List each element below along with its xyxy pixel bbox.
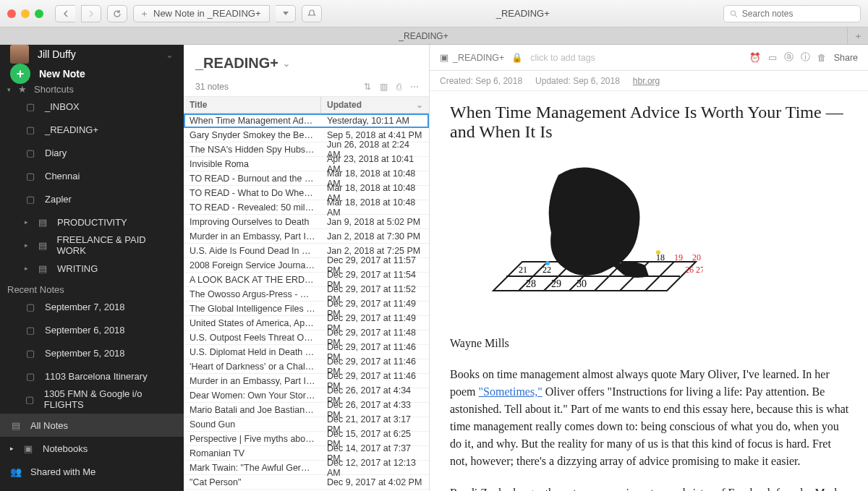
plus-circle-icon: +: [10, 64, 30, 84]
svg-point-21: [545, 261, 550, 265]
sidebar-recent-note[interactable]: ▢September 7, 2018: [0, 295, 184, 318]
note-title-cell: 2008 Foreign Service Journal - E...: [184, 260, 321, 270]
note-title-cell: Mark Twain: "The Awful German...: [184, 463, 321, 473]
new-note-button[interactable]: ＋ New Note in _READING+: [133, 5, 270, 22]
notebook-title[interactable]: _READING+ ⌄: [195, 55, 417, 72]
view-list-icon[interactable]: ▥: [380, 82, 388, 92]
note-row[interactable]: TO READ - Revealed: 50 million...Mar 18,…: [184, 200, 429, 215]
note-list[interactable]: When Time Management Advice...Yesterday,…: [184, 114, 429, 491]
note-icon: ▢: [25, 124, 36, 135]
note-list-panel: _READING+ ⌄ 31 notes ⇅ ▥ ⎙ ⋯ Title Updat…: [184, 45, 430, 491]
reminder-icon[interactable]: ⏰: [749, 52, 761, 63]
notebook-crumb[interactable]: ▣ _READING+: [440, 52, 504, 63]
note-title-cell: 'Heart of Darkness' or a Challen...: [184, 362, 321, 372]
note-row[interactable]: Mark Twain: "The Awful German...Dec 12, …: [184, 461, 429, 475]
column-updated[interactable]: Updated⌄: [321, 97, 429, 113]
sidebar-shortcut-folder[interactable]: ▸▤PRODUCTIVITY: [0, 210, 184, 234]
note-title-cell: Romanian TV: [184, 448, 321, 458]
annotate-icon[interactable]: ⓐ: [784, 51, 793, 64]
note-updated-cell: Jan 2, 2018 at 7:25 PM: [321, 246, 429, 256]
note-title-cell: United States of America, Appell...: [184, 318, 321, 328]
minimize-window-button[interactable]: [21, 9, 30, 18]
new-note-dropdown[interactable]: [276, 5, 296, 22]
note-title-cell: U.S. Outpost Feels Threat Of Bu...: [184, 333, 321, 343]
sidebar-new-note[interactable]: + New Note: [0, 64, 184, 84]
note-body[interactable]: When Time Management Advice Is Worth You…: [430, 91, 868, 491]
search-icon: [730, 9, 738, 18]
recent-header: Recent Notes: [0, 284, 184, 295]
note-count: 31 notes: [195, 82, 229, 92]
people-icon: 👥: [10, 466, 22, 477]
sync-button[interactable]: [107, 5, 127, 22]
sidebar-shortcut[interactable]: ▢_INBOX: [0, 95, 184, 118]
share-button[interactable]: Share: [834, 53, 858, 63]
note-title-cell: TO READ - Revealed: 50 million...: [184, 202, 321, 213]
note-row[interactable]: Murder in an Embassy, Part II - P...Jan …: [184, 229, 429, 244]
forward-button[interactable]: [81, 5, 101, 22]
window-title: _READING+: [328, 8, 718, 19]
paragraph: Books on time management almost always q…: [450, 366, 851, 470]
sidebar-recent-note[interactable]: ▢1305 FMN & Google i/o FLIGHTS: [0, 388, 184, 411]
lock-icon: 🔒: [511, 52, 523, 63]
account-row[interactable]: Jill Duffy ⌄: [0, 45, 184, 64]
filter-icon[interactable]: ⎙: [396, 82, 401, 92]
sidebar-shortcut[interactable]: ▢_READING+: [0, 118, 184, 141]
note-title-cell: Perspective | Five myths about t...: [184, 434, 321, 444]
zoom-window-button[interactable]: [35, 9, 43, 18]
sidebar-item-shared[interactable]: 👥 Shared with Me: [0, 460, 184, 483]
sidebar-shortcut[interactable]: ▢Zapler: [0, 187, 184, 210]
column-title[interactable]: Title: [184, 97, 321, 113]
new-tab-button[interactable]: ＋: [848, 27, 868, 44]
trash-icon[interactable]: 🗑: [817, 53, 827, 63]
back-button[interactable]: [55, 5, 75, 22]
note-title-cell: When Time Management Advice...: [184, 116, 321, 126]
sidebar-shortcut[interactable]: ▢Chennai: [0, 164, 184, 187]
note-title-cell: U.S. Diplomat Held in Death Of E...: [184, 347, 321, 357]
sidebar-shortcut[interactable]: ▢Diary: [0, 141, 184, 164]
note-title-cell: Mario Batali and Joe Bastianich...: [184, 405, 321, 415]
present-icon[interactable]: ▭: [768, 52, 777, 63]
svg-text:20: 20: [692, 252, 701, 262]
note-row[interactable]: "Cat Person"Dec 9, 2017 at 4:02 PM: [184, 475, 429, 490]
svg-point-22: [656, 250, 660, 255]
search-box[interactable]: [723, 5, 861, 22]
note-updated-cell: Jan 9, 2018 at 5:02 PM: [321, 217, 429, 227]
sidebar-item-all-notes[interactable]: ▤ All Notes: [0, 414, 184, 437]
stack-icon: ▤: [37, 263, 48, 274]
account-name: Jill Duffy: [38, 48, 76, 60]
disclosure-triangle-icon: ▸: [10, 445, 14, 452]
sidebar-recent-note[interactable]: ▢September 5, 2018: [0, 341, 184, 364]
shortcuts-header[interactable]: ▾ ★ Shortcuts: [0, 84, 184, 95]
link-sometimes[interactable]: "Sometimes,": [479, 385, 542, 398]
source-link[interactable]: hbr.org: [633, 76, 660, 86]
note-title-cell: The Global Intelligence Files - Re...: [184, 304, 321, 314]
avatar: [10, 45, 29, 64]
sort-icon[interactable]: ⇅: [364, 82, 371, 92]
search-input[interactable]: [742, 9, 854, 19]
info-icon[interactable]: ⓘ: [801, 51, 810, 64]
add-tags-field[interactable]: click to add tags: [530, 53, 595, 63]
close-window-button[interactable]: [7, 9, 16, 18]
note-title-cell: Murder in an Embassy, Part II - P...: [184, 231, 321, 242]
list-header: Title Updated⌄: [184, 97, 429, 114]
tab-reading[interactable]: _READING+: [0, 27, 848, 44]
note-updated-cell: Dec 12, 2017 at 12:13 AM: [321, 458, 429, 478]
note-title-cell: U.S. Aide Is Found Dead In Emb...: [184, 246, 321, 256]
note-icon: ▢: [25, 302, 36, 312]
note-icon: ▢: [25, 394, 35, 405]
more-icon[interactable]: ⋯: [410, 82, 419, 92]
svg-text:26: 26: [685, 265, 694, 275]
svg-text:22: 22: [542, 265, 551, 275]
note-row[interactable]: When Time Management Advice...Yesterday,…: [184, 114, 429, 128]
sidebar-item-notebooks[interactable]: ▸ ▣ Notebooks: [0, 437, 184, 460]
sidebar-item-tags[interactable]: ▸ 🏷 Tags: [0, 483, 184, 491]
disclosure-triangle-icon: ▸: [25, 265, 28, 272]
note-row[interactable]: Improving Ourselves to DeathJan 9, 2018 …: [184, 215, 429, 229]
activity-button[interactable]: [302, 5, 322, 22]
sidebar-recent-note[interactable]: ▢1103 Barcelona Itinerary: [0, 364, 184, 388]
sidebar-shortcut-folder[interactable]: ▸▤WRITING: [0, 257, 184, 280]
note-updated-cell: Yesterday, 10:11 AM: [321, 116, 429, 126]
sidebar-recent-note[interactable]: ▢September 6, 2018: [0, 318, 184, 341]
sidebar-shortcut-folder[interactable]: ▸▤FREELANCE & PAID WORK: [0, 234, 184, 257]
svg-point-0: [731, 10, 735, 14]
